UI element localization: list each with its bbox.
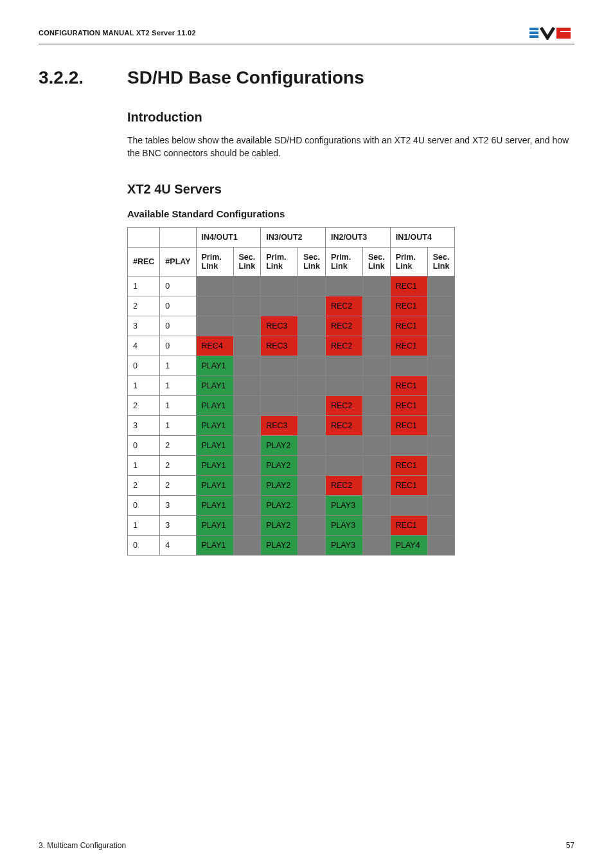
header-sec: Sec. Link [233,247,261,276]
table-heading: Available Standard Configurations [127,208,574,219]
cell-blank [261,296,298,316]
header-group-in3out2: IN3/OUT2 [261,227,326,247]
cell-blank [298,395,326,415]
header-prim: Prim. Link [196,247,233,276]
cell-blank [427,415,455,435]
header-group-in1out4: IN1/OUT4 [390,227,455,247]
cell-blank [261,276,298,296]
section-number: 3.2.2. [39,68,109,88]
header-sec: Sec. Link [298,247,326,276]
cell-blank [233,356,261,375]
intro-text: The tables below show the available SD/H… [127,134,574,160]
cell-play: PLAY1 [196,415,233,435]
cell-blank [362,336,390,356]
manual-title: CONFIGURATION MANUAL XT2 Server 11.02 [39,29,196,37]
cell-play: PLAY1 [196,395,233,415]
cell-rec: REC1 [390,276,427,296]
cell-blank [298,495,326,515]
cell-rec: REC4 [196,336,233,356]
cell-blank [298,475,326,495]
cell-play: PLAY1 [196,535,233,555]
page-header: CONFIGURATION MANUAL XT2 Server 11.02 [39,26,574,44]
header-rec: #REC [128,247,160,276]
cell-blank [362,475,390,495]
cell-blank [427,435,455,455]
cell-blank [298,276,326,296]
cell-blank [233,316,261,336]
cell-blank [362,455,390,475]
header-prim: Prim. Link [325,247,362,276]
cell-rec-count: 0 [128,435,160,455]
cell-rec: REC2 [325,316,362,336]
cell-rec: REC3 [261,316,298,336]
cell-rec-count: 4 [128,336,160,356]
cell-rec-count: 0 [128,535,160,555]
cell-blank [196,296,233,316]
table-row: 04PLAY1PLAY2PLAY3PLAY4 [128,535,455,555]
table-header-row-groups: IN4/OUT1 IN3/OUT2 IN2/OUT3 IN1/OUT4 [128,227,455,247]
table-row: 40REC4REC3REC2REC1 [128,336,455,356]
cell-blank [261,395,298,415]
cell-blank [298,356,326,375]
cell-blank [362,535,390,555]
cell-rec: REC1 [390,455,427,475]
header-sec: Sec. Link [362,247,390,276]
cell-blank [427,276,455,296]
header-blank [160,227,196,247]
cell-blank [427,296,455,316]
header-group-in2out3: IN2/OUT3 [325,227,390,247]
cell-blank [233,415,261,435]
cell-rec-count: 1 [128,515,160,535]
cell-blank [298,316,326,336]
cell-play-count: 0 [160,316,196,336]
cell-rec-count: 2 [128,296,160,316]
cell-play-count: 0 [160,296,196,316]
cell-blank [325,356,362,375]
cell-blank [427,515,455,535]
cell-blank [233,336,261,356]
cell-rec-count: 1 [128,375,160,395]
cell-rec: REC3 [261,415,298,435]
cell-rec: REC1 [390,316,427,336]
cell-play-count: 1 [160,356,196,375]
cell-blank [362,316,390,336]
cell-play-count: 4 [160,535,196,555]
table-row: 01PLAY1 [128,356,455,375]
cell-play-count: 2 [160,455,196,475]
cell-play: PLAY1 [196,495,233,515]
cell-play-count: 3 [160,515,196,535]
table-row: 22PLAY1PLAY2REC2REC1 [128,475,455,495]
cell-blank [233,395,261,415]
svg-rect-7 [556,35,571,39]
cell-rec: REC2 [325,475,362,495]
cell-blank [233,475,261,495]
intro-heading: Introduction [127,110,574,125]
cell-rec: REC1 [390,475,427,495]
section-heading: 3.2.2. SD/HD Base Configurations [39,68,574,88]
section-title: SD/HD Base Configurations [127,68,364,88]
cell-blank [362,395,390,415]
cell-play: PLAY3 [325,515,362,535]
cell-rec-count: 1 [128,276,160,296]
cell-rec: REC1 [390,296,427,316]
table-row: 30REC3REC2REC1 [128,316,455,336]
cell-play-count: 2 [160,475,196,495]
cell-play: PLAY2 [261,535,298,555]
cell-blank [362,515,390,535]
cell-rec-count: 2 [128,475,160,495]
cell-play: PLAY1 [196,475,233,495]
cell-blank [362,296,390,316]
cell-play: PLAY1 [196,435,233,455]
cell-play: PLAY3 [325,535,362,555]
cell-play-count: 1 [160,415,196,435]
cell-rec: REC2 [325,395,362,415]
cell-play-count: 0 [160,336,196,356]
cell-blank [298,375,326,395]
cell-blank [325,276,362,296]
footer-left: 3. Multicam Configuration [39,841,126,850]
cell-blank [233,495,261,515]
cell-blank [261,375,298,395]
cell-play-count: 1 [160,375,196,395]
cell-blank [233,535,261,555]
cell-blank [427,375,455,395]
